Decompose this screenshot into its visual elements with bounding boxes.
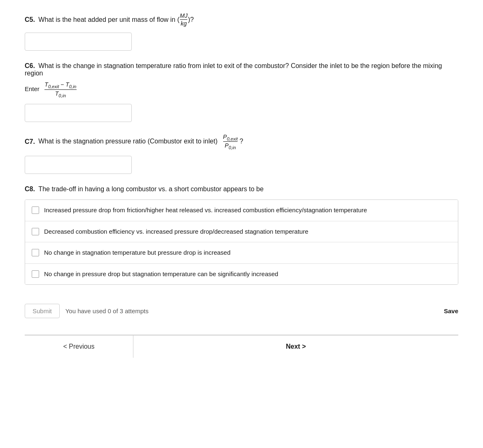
question-c7: C7. What is the stagnation pressure rati… [25,134,458,174]
prev-button[interactable]: < Previous [25,335,133,358]
c8-choice-4-text: No change in pressure drop but stagnatio… [44,270,278,279]
attempts-text: You have used 0 of 3 attempts [65,307,149,314]
c8-checkbox-3[interactable] [32,249,39,256]
question-c5: C5. What is the heat added per unit mass… [25,12,458,51]
c8-checkbox-2[interactable] [32,228,39,235]
save-button[interactable]: Save [444,307,458,314]
c8-choice-1[interactable]: Increased pressure drop from friction/hi… [25,200,458,221]
c8-choice-1-text: Increased pressure drop from friction/hi… [44,206,367,215]
c5-text: What is the heat added per unit mass of … [38,16,194,23]
c6-label: C6. [25,62,35,69]
c8-choice-2[interactable]: Decreased combustion efficiency vs. incr… [25,221,458,243]
next-button[interactable]: Next > [133,335,458,358]
nav-bar: < Previous Next > [25,335,458,358]
c6-input[interactable] [25,104,132,122]
c8-choice-3[interactable]: No change in stagnation temperature but … [25,242,458,264]
c5-unit: (MJkg)? [177,12,194,27]
c7-input[interactable] [25,156,132,174]
c7-text: What is the stagnation pressure ratio (C… [38,138,243,145]
footer-bar: Submit You have used 0 of 3 attempts Sav… [25,297,458,318]
c6-text: What is the change in stagnation tempera… [25,62,442,77]
c8-checkbox-1[interactable] [32,206,39,214]
c6-formula: Enter T0,exit − T0,in T0,in [25,81,458,98]
c7-label: C7. [25,138,35,145]
c8-checkbox-4[interactable] [32,270,39,278]
c8-choice-2-text: Decreased combustion efficiency vs. incr… [44,227,308,237]
question-c8: C8. The trade-off in having a long combu… [25,185,458,285]
c8-choices: Increased pressure drop from friction/hi… [25,199,458,285]
c8-choice-3-text: No change in stagnation temperature but … [44,248,231,258]
question-c6: C6. What is the change in stagnation tem… [25,62,458,122]
c5-label: C5. [25,16,35,23]
c5-input[interactable] [25,33,132,51]
c8-choice-4[interactable]: No change in pressure drop but stagnatio… [25,264,458,285]
c8-text: The trade-off in having a long combustor… [38,185,264,192]
submit-button[interactable]: Submit [25,304,60,318]
c8-label: C8. [25,185,35,192]
